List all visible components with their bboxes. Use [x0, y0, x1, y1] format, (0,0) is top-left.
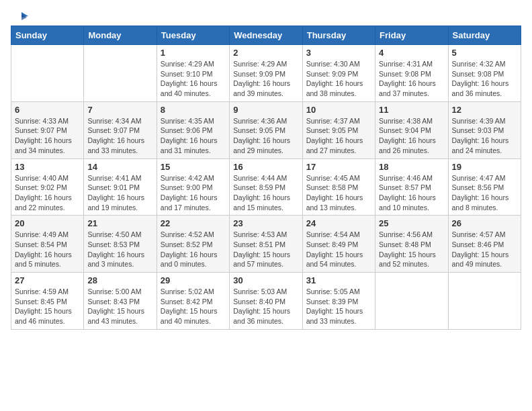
- day-number: 21: [87, 218, 152, 228]
- day-number: 8: [161, 105, 226, 115]
- calendar-day-cell: 26Sunrise: 4:57 AM Sunset: 8:46 PM Dayli…: [448, 216, 521, 273]
- calendar-day-cell: 19Sunrise: 4:47 AM Sunset: 8:56 PM Dayli…: [448, 158, 521, 216]
- day-info: Sunrise: 4:39 AM Sunset: 9:03 PM Dayligh…: [452, 116, 517, 156]
- day-info: Sunrise: 4:33 AM Sunset: 9:07 PM Dayligh…: [15, 116, 80, 156]
- day-of-week-header: Sunday: [11, 26, 84, 45]
- day-number: 24: [306, 218, 371, 228]
- day-number: 14: [87, 162, 152, 172]
- calendar-day-cell: 31Sunrise: 5:05 AM Sunset: 8:39 PM Dayli…: [302, 273, 375, 330]
- day-number: 16: [233, 162, 298, 172]
- calendar-week-row: 27Sunrise: 4:59 AM Sunset: 8:45 PM Dayli…: [11, 273, 521, 330]
- calendar-day-cell: 12Sunrise: 4:39 AM Sunset: 9:03 PM Dayli…: [448, 101, 521, 158]
- calendar-day-cell: 15Sunrise: 4:42 AM Sunset: 9:00 PM Dayli…: [157, 158, 229, 216]
- day-number: 25: [379, 218, 444, 228]
- calendar-day-cell: 24Sunrise: 4:54 AM Sunset: 8:49 PM Dayli…: [302, 216, 375, 273]
- calendar-day-cell: 22Sunrise: 4:52 AM Sunset: 8:52 PM Dayli…: [157, 216, 229, 273]
- calendar-day-cell: 20Sunrise: 4:49 AM Sunset: 8:54 PM Dayli…: [11, 216, 84, 273]
- day-info: Sunrise: 5:00 AM Sunset: 8:43 PM Dayligh…: [87, 287, 152, 326]
- day-info: Sunrise: 4:34 AM Sunset: 9:07 PM Dayligh…: [87, 116, 152, 156]
- calendar-day-cell: 5Sunrise: 4:32 AM Sunset: 9:08 PM Daylig…: [448, 45, 521, 102]
- day-of-week-header: Thursday: [302, 26, 375, 45]
- page-header: [11, 11, 521, 20]
- day-info: Sunrise: 4:46 AM Sunset: 8:57 PM Dayligh…: [379, 173, 444, 213]
- day-info: Sunrise: 4:49 AM Sunset: 8:54 PM Dayligh…: [15, 230, 80, 269]
- day-info: Sunrise: 4:40 AM Sunset: 9:02 PM Dayligh…: [15, 173, 80, 213]
- calendar-day-cell: 4Sunrise: 4:31 AM Sunset: 9:08 PM Daylig…: [375, 45, 448, 102]
- day-info: Sunrise: 4:54 AM Sunset: 8:49 PM Dayligh…: [306, 230, 371, 269]
- calendar-day-cell: 18Sunrise: 4:46 AM Sunset: 8:57 PM Dayli…: [375, 158, 448, 216]
- calendar-day-cell: 17Sunrise: 4:45 AM Sunset: 8:58 PM Dayli…: [302, 158, 375, 216]
- calendar-day-cell: 6Sunrise: 4:33 AM Sunset: 9:07 PM Daylig…: [11, 101, 84, 158]
- day-number: 3: [306, 48, 371, 58]
- day-info: Sunrise: 4:53 AM Sunset: 8:51 PM Dayligh…: [233, 230, 298, 269]
- day-number: 17: [306, 162, 371, 172]
- day-info: Sunrise: 5:02 AM Sunset: 8:42 PM Dayligh…: [161, 287, 226, 326]
- day-number: 7: [87, 105, 152, 115]
- day-of-week-header: Wednesday: [230, 26, 302, 45]
- calendar-header-row: SundayMondayTuesdayWednesdayThursdayFrid…: [11, 26, 521, 45]
- logo-bird-icon: [13, 11, 28, 23]
- day-info: Sunrise: 4:42 AM Sunset: 9:00 PM Dayligh…: [161, 173, 226, 213]
- calendar-day-cell: 28Sunrise: 5:00 AM Sunset: 8:43 PM Dayli…: [84, 273, 157, 330]
- day-info: Sunrise: 4:56 AM Sunset: 8:48 PM Dayligh…: [379, 230, 444, 269]
- day-info: Sunrise: 4:45 AM Sunset: 8:58 PM Dayligh…: [306, 173, 371, 213]
- calendar-day-cell: [84, 45, 157, 102]
- day-number: 10: [306, 105, 371, 115]
- calendar-day-cell: 3Sunrise: 4:30 AM Sunset: 9:09 PM Daylig…: [302, 45, 375, 102]
- day-info: Sunrise: 4:32 AM Sunset: 9:08 PM Dayligh…: [452, 59, 517, 99]
- day-info: Sunrise: 4:30 AM Sunset: 9:09 PM Dayligh…: [306, 59, 371, 99]
- day-info: Sunrise: 4:50 AM Sunset: 8:53 PM Dayligh…: [87, 230, 152, 269]
- calendar-week-row: 20Sunrise: 4:49 AM Sunset: 8:54 PM Dayli…: [11, 216, 521, 273]
- calendar-day-cell: 11Sunrise: 4:38 AM Sunset: 9:04 PM Dayli…: [375, 101, 448, 158]
- calendar-week-row: 1Sunrise: 4:29 AM Sunset: 9:10 PM Daylig…: [11, 45, 521, 102]
- day-info: Sunrise: 4:31 AM Sunset: 9:08 PM Dayligh…: [379, 59, 444, 99]
- day-number: 18: [379, 162, 444, 172]
- day-info: Sunrise: 4:35 AM Sunset: 9:06 PM Dayligh…: [161, 116, 226, 156]
- day-number: 30: [233, 275, 298, 285]
- day-number: 1: [161, 48, 226, 58]
- day-number: 20: [15, 218, 80, 228]
- calendar-day-cell: 1Sunrise: 4:29 AM Sunset: 9:10 PM Daylig…: [157, 45, 229, 102]
- calendar-table: SundayMondayTuesdayWednesdayThursdayFrid…: [11, 26, 521, 330]
- day-info: Sunrise: 4:38 AM Sunset: 9:04 PM Dayligh…: [379, 116, 444, 156]
- calendar-day-cell: 2Sunrise: 4:29 AM Sunset: 9:09 PM Daylig…: [230, 45, 302, 102]
- day-number: 12: [452, 105, 517, 115]
- calendar-week-row: 6Sunrise: 4:33 AM Sunset: 9:07 PM Daylig…: [11, 101, 521, 158]
- day-info: Sunrise: 4:29 AM Sunset: 9:09 PM Dayligh…: [233, 59, 298, 99]
- day-number: 22: [161, 218, 226, 228]
- day-number: 15: [161, 162, 226, 172]
- day-of-week-header: Saturday: [448, 26, 521, 45]
- calendar-day-cell: [375, 273, 448, 330]
- calendar-day-cell: 29Sunrise: 5:02 AM Sunset: 8:42 PM Dayli…: [157, 273, 229, 330]
- day-number: 13: [15, 162, 80, 172]
- calendar-day-cell: [11, 45, 84, 102]
- calendar-day-cell: 16Sunrise: 4:44 AM Sunset: 8:59 PM Dayli…: [230, 158, 302, 216]
- day-number: 29: [161, 275, 226, 285]
- day-number: 27: [15, 275, 80, 285]
- calendar-day-cell: 9Sunrise: 4:36 AM Sunset: 9:05 PM Daylig…: [230, 101, 302, 158]
- day-info: Sunrise: 4:44 AM Sunset: 8:59 PM Dayligh…: [233, 173, 298, 213]
- day-info: Sunrise: 4:52 AM Sunset: 8:52 PM Dayligh…: [161, 230, 226, 269]
- day-number: 5: [452, 48, 517, 58]
- calendar-day-cell: 14Sunrise: 4:41 AM Sunset: 9:01 PM Dayli…: [84, 158, 157, 216]
- day-of-week-header: Monday: [84, 26, 157, 45]
- day-info: Sunrise: 4:47 AM Sunset: 8:56 PM Dayligh…: [452, 173, 517, 213]
- day-info: Sunrise: 4:57 AM Sunset: 8:46 PM Dayligh…: [452, 230, 517, 269]
- day-of-week-header: Friday: [375, 26, 448, 45]
- day-info: Sunrise: 5:03 AM Sunset: 8:40 PM Dayligh…: [233, 287, 298, 326]
- day-number: 31: [306, 275, 371, 285]
- calendar-day-cell: 21Sunrise: 4:50 AM Sunset: 8:53 PM Dayli…: [84, 216, 157, 273]
- calendar-day-cell: 10Sunrise: 4:37 AM Sunset: 9:05 PM Dayli…: [302, 101, 375, 158]
- day-info: Sunrise: 4:37 AM Sunset: 9:05 PM Dayligh…: [306, 116, 371, 156]
- calendar-day-cell: 23Sunrise: 4:53 AM Sunset: 8:51 PM Dayli…: [230, 216, 302, 273]
- day-number: 11: [379, 105, 444, 115]
- calendar-day-cell: [448, 273, 521, 330]
- day-info: Sunrise: 4:59 AM Sunset: 8:45 PM Dayligh…: [15, 287, 80, 326]
- day-number: 6: [15, 105, 80, 115]
- day-number: 28: [87, 275, 152, 285]
- day-info: Sunrise: 4:29 AM Sunset: 9:10 PM Dayligh…: [161, 59, 226, 99]
- calendar-day-cell: 8Sunrise: 4:35 AM Sunset: 9:06 PM Daylig…: [157, 101, 229, 158]
- day-info: Sunrise: 4:36 AM Sunset: 9:05 PM Dayligh…: [233, 116, 298, 156]
- logo: [11, 11, 28, 20]
- day-number: 4: [379, 48, 444, 58]
